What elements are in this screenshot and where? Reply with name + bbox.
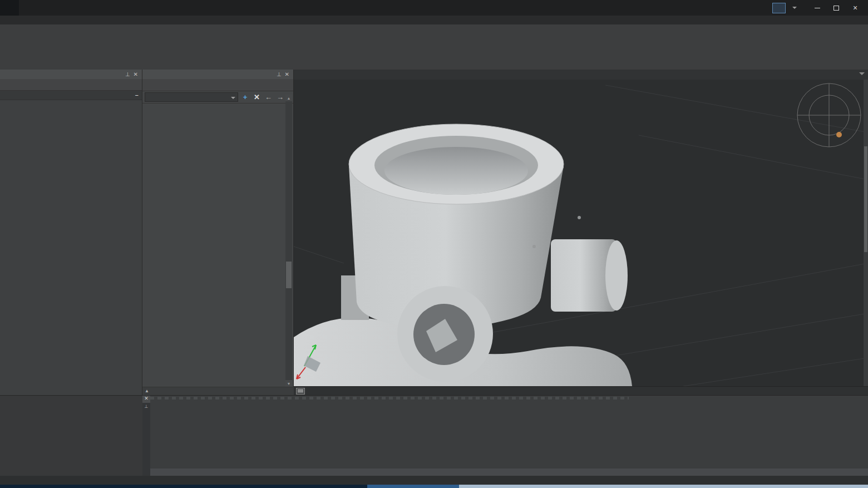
- metrology-tree: [142, 95, 283, 387]
- properties-panel: ⊥ ✕ −: [0, 70, 142, 395]
- collapse-icon[interactable]: −: [135, 92, 139, 98]
- scroll-up-icon[interactable]: ▲: [285, 95, 292, 101]
- sheet-list-icon[interactable]: [296, 388, 305, 395]
- scrollbar-thumb[interactable]: [286, 262, 292, 288]
- app-logo-icon: [0, 0, 19, 16]
- title-bar: ×: [0, 0, 868, 16]
- pin-icon[interactable]: ⊥: [145, 404, 149, 409]
- metrology-data-panel: ⊥ ✕ + ✕ ← → ▲ ▼ ▲: [142, 70, 294, 395]
- document-tab-bar: [294, 70, 868, 80]
- tree-scrollbar[interactable]: ▲ ▼: [285, 95, 292, 387]
- properties-panel-header: ⊥ ✕: [0, 70, 142, 79]
- tree-footer: ▲: [142, 387, 294, 395]
- close-icon[interactable]: ✕: [132, 71, 140, 77]
- maximize-button[interactable]: [828, 2, 845, 14]
- doc-tabs-dropdown-icon[interactable]: [859, 72, 865, 78]
- properties-toolbar: [0, 79, 142, 91]
- command-prompt-input[interactable]: [150, 469, 868, 476]
- drawing-viewport: [294, 70, 868, 395]
- command-line-sidebar: ✕ ⊥: [142, 396, 150, 476]
- leader-lines: [294, 80, 868, 386]
- close-icon[interactable]: ✕: [283, 71, 291, 77]
- scroll-down-icon[interactable]: ▼: [285, 380, 292, 387]
- help-dropdown-icon[interactable]: [792, 7, 797, 11]
- cursor-coordinates: [0, 477, 71, 478]
- parameters-section-header[interactable]: −: [0, 91, 142, 100]
- metrology-toolbar: [142, 79, 293, 91]
- command-grip[interactable]: [150, 397, 629, 400]
- sheet-tab-bar: [294, 386, 868, 395]
- ribbon: [0, 24, 868, 70]
- drawing-manager-icon[interactable]: [772, 3, 786, 13]
- pin-icon[interactable]: ⊥: [124, 71, 132, 77]
- close-button[interactable]: ×: [847, 2, 864, 14]
- ribbon-tab-bar: [0, 16, 868, 24]
- minimize-button[interactable]: [809, 2, 826, 14]
- taskbar-strip: [0, 485, 868, 488]
- command-line-window: ✕ ⊥: [142, 395, 868, 476]
- pin-icon[interactable]: ⊥: [275, 71, 283, 77]
- model-canvas[interactable]: [294, 80, 868, 386]
- close-icon[interactable]: ✕: [142, 396, 150, 403]
- empty-dock-area: [0, 395, 142, 476]
- metrology-panel-header: ⊥ ✕: [142, 70, 293, 79]
